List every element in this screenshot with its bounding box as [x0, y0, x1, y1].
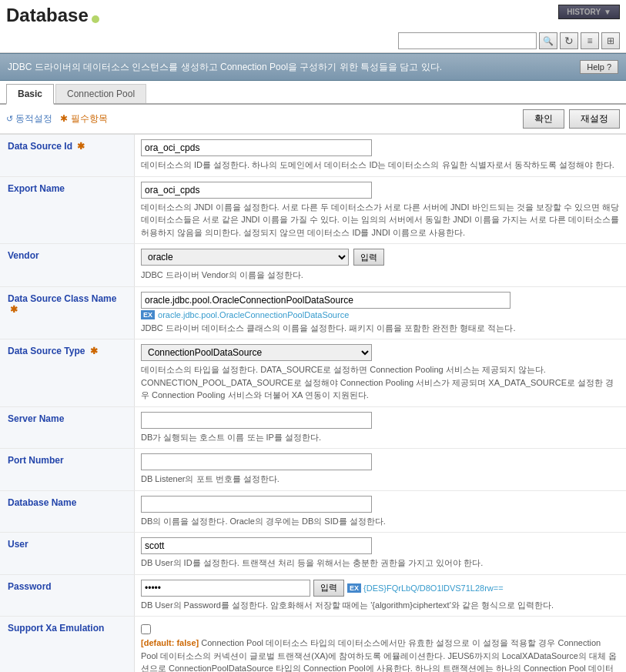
password-hint: DB User의 Password를 설정한다. 암호화해서 저장할 때에는 '… [141, 599, 620, 612]
vendor-hint: JDBC 드라이버 Vendor의 이름을 설정한다. [141, 269, 620, 282]
data-source-class-name-input[interactable] [141, 292, 511, 309]
list-view-button[interactable]: ≡ [581, 32, 599, 49]
data-source-type-hint: 데이터소스의 타입을 설정한다. DATA_SOURCE로 설정하면 Conne… [141, 363, 620, 402]
encrypted-value: EX {DES}FQrLbQ/D8O1lDVS71L28rw== [347, 583, 504, 593]
encrypted-icon: EX [347, 583, 361, 593]
tab-bar: Basic Connection Pool [0, 84, 626, 105]
field-export-name: Export Name 데이터소스의 JNDI 이름을 설정한다. 서로 다른 … [0, 177, 626, 245]
server-name-input[interactable] [141, 412, 372, 429]
action-left: ↺ 동적설정 ✱ 필수항목 [6, 112, 108, 125]
field-user: User DB User의 ID를 설정한다. 트랜잭션 처리 등을 위해서는 … [0, 533, 626, 575]
user-input[interactable] [141, 537, 372, 554]
user-hint: DB User의 ID를 설정한다. 트랜잭션 처리 등을 위해서는 충분한 권… [141, 557, 620, 570]
dynamic-settings-label: ↺ 동적설정 [6, 112, 52, 125]
password-input-button[interactable]: 입력 [313, 580, 344, 597]
field-label-server-name: Server Name [8, 413, 126, 424]
search-input[interactable] [398, 32, 537, 49]
field-password: Password 입력 EX {DES}FQrLbQ/D8O1lDVS71L28… [0, 575, 626, 617]
field-database-name: Database Name DB의 이름을 설정한다. Oracle의 경우에는… [0, 491, 626, 533]
form-area: Data Source Id ✱ 데이터소스의 ID를 설정한다. 하나의 도메… [0, 134, 626, 672]
datasource-type-row: ConnectionPoolDataSource DATA_SOURCE XA_… [141, 344, 620, 361]
class-name-row: EX oracle.jdbc.pool.OracleConnectionPool… [141, 292, 620, 319]
vendor-input-button[interactable]: 입력 [353, 249, 384, 266]
tab-basic[interactable]: Basic [6, 84, 54, 105]
confirm-button[interactable]: 확인 [523, 109, 564, 129]
vendor-row: oracle 입력 [141, 249, 620, 266]
field-label-user: User [8, 539, 126, 550]
field-data-source-class-name: Data Source Class Name ✱ EX oracle.jdbc.… [0, 287, 626, 340]
checkbox-row [141, 621, 620, 634]
support-xa-emulation-hint: [default: false] Connection Pool 데이터소스 타… [141, 637, 620, 672]
title-dot [92, 15, 99, 23]
search-button[interactable]: 🔍 [539, 32, 557, 49]
vendor-select[interactable]: oracle [141, 249, 349, 266]
password-row: 입력 EX {DES}FQrLbQ/D8O1lDVS71L28rw== [141, 580, 620, 597]
database-name-hint: DB의 이름을 설정한다. Oracle의 경우에는 DB의 SID를 설정한다… [141, 515, 620, 528]
required-label: ✱ 필수항목 [60, 112, 107, 125]
class-name-suggest: EX oracle.jdbc.pool.OracleConnectionPool… [141, 310, 620, 319]
field-server-name: Server Name DB가 실행되는 호스트 이름 또는 IP를 설정한다. [0, 407, 626, 450]
reload-button[interactable]: ↻ [560, 32, 578, 49]
history-button[interactable]: HISTORY ▼ [558, 5, 620, 19]
field-label-password: Password [8, 581, 126, 592]
data-source-id-input[interactable] [141, 139, 372, 156]
reset-button[interactable]: 재설정 [569, 109, 620, 129]
support-xa-emulation-checkbox[interactable] [141, 624, 151, 634]
field-label-database-name: Database Name [8, 497, 126, 508]
tab-connection-pool[interactable]: Connection Pool [55, 84, 146, 103]
field-data-source-id: Data Source Id ✱ 데이터소스의 ID를 설정한다. 하나의 도메… [0, 135, 626, 177]
field-label-data-source-class-name: Data Source Class Name ✱ [8, 293, 126, 315]
info-bar: JDBC 드라이버의 데이터소스 인스턴스를 생성하고 Connection P… [0, 53, 626, 81]
suggest-icon: EX [141, 310, 155, 319]
field-support-xa-emulation: Support Xa Emulation [default: false] Co… [0, 617, 626, 672]
port-number-hint: DB Listener의 포트 번호를 설정한다. [141, 473, 620, 486]
action-right: 확인 재설정 [523, 109, 620, 129]
field-vendor: Vendor oracle 입력 JDBC 드라이버 Vendor의 이름을 설… [0, 244, 626, 287]
field-label-export-name: Export Name [8, 183, 126, 194]
export-name-hint: 데이터소스의 JNDI 이름을 설정한다. 서로 다른 두 데이터소스가 서로 … [141, 201, 620, 239]
data-source-class-name-hint: JDBC 드라이버 데이터소스 클래스의 이름을 설정한다. 패키지 이름을 포… [141, 322, 620, 335]
toolbar: 🔍 ↻ ≡ ⊞ [0, 29, 626, 53]
page-title: Database [6, 5, 99, 26]
data-source-type-select[interactable]: ConnectionPoolDataSource DATA_SOURCE XA_… [141, 344, 372, 361]
action-bar: ↺ 동적설정 ✱ 필수항목 확인 재설정 [0, 105, 626, 134]
grid-view-button[interactable]: ⊞ [601, 32, 620, 49]
page-header: Database HISTORY ▼ [0, 0, 626, 29]
field-data-source-type: Data Source Type ✱ ConnectionPoolDataSou… [0, 339, 626, 407]
data-source-id-hint: 데이터소스의 ID를 설정한다. 하나의 도메인에서 데이터소스 ID는 데이터… [141, 159, 620, 172]
server-name-hint: DB가 실행되는 호스트 이름 또는 IP를 설정한다. [141, 431, 620, 444]
field-label-data-source-type: Data Source Type ✱ [8, 346, 126, 356]
port-number-input[interactable] [141, 453, 372, 470]
field-label-support-xa-emulation: Support Xa Emulation [8, 623, 126, 634]
password-input[interactable] [141, 580, 310, 597]
field-label-data-source-id: Data Source Id ✱ [8, 141, 126, 152]
database-name-input[interactable] [141, 496, 372, 513]
field-label-vendor: Vendor [8, 250, 126, 261]
export-name-input[interactable] [141, 182, 372, 199]
help-button[interactable]: Help ? [580, 60, 618, 74]
field-label-port-number: Port Number [8, 455, 126, 466]
field-port-number: Port Number DB Listener의 포트 번호를 설정한다. [0, 449, 626, 491]
